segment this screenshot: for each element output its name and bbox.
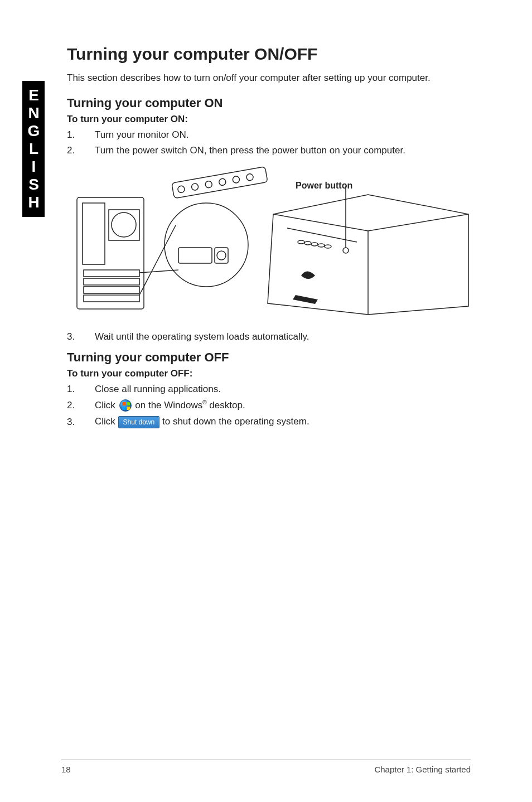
step-number: 3. xyxy=(67,331,95,342)
list-item: 3. Click Shut down to shut down the oper… xyxy=(67,416,471,428)
step-number: 1. xyxy=(67,384,95,395)
chapter-label: Chapter 1: Getting started xyxy=(374,765,471,774)
windows-start-icon xyxy=(119,399,132,412)
section-on-steps: 1. Turn your monitor ON. 2. Turn the pow… xyxy=(67,129,471,156)
svg-point-22 xyxy=(304,241,311,245)
power-button-figure: Power button xyxy=(67,164,474,320)
step-text: Click on the Windows® desktop. xyxy=(95,399,245,412)
svg-point-21 xyxy=(298,240,304,244)
page-number: 18 xyxy=(61,765,71,774)
svg-rect-14 xyxy=(172,167,268,199)
svg-point-16 xyxy=(191,183,199,191)
section-on-steps-cont: 3. Wait until the operating system loads… xyxy=(67,331,471,342)
svg-point-3 xyxy=(112,212,136,237)
power-button-label: Power button xyxy=(296,181,352,191)
section-off-steps: 1. Close all running applications. 2. Cl… xyxy=(67,384,471,428)
step-text: Click Shut down to shut down the operati… xyxy=(95,416,309,428)
step-text: Close all running applications. xyxy=(95,384,221,395)
step-text: Wait until the operating system loads au… xyxy=(95,331,309,342)
section-on-heading: Turning your computer ON xyxy=(67,96,471,110)
svg-point-15 xyxy=(177,185,185,193)
step-text: Turn the power switch ON, then press the… xyxy=(95,145,405,156)
step-text: Turn your monitor ON. xyxy=(95,129,188,141)
computer-illustration-icon xyxy=(67,164,474,320)
svg-rect-7 xyxy=(84,295,139,302)
page-title: Turning your computer ON/OFF xyxy=(67,45,471,64)
list-item: 1. Turn your monitor ON. xyxy=(67,129,471,141)
intro-text: This section describes how to turn on/of… xyxy=(67,73,471,84)
svg-point-20 xyxy=(246,173,254,181)
svg-point-25 xyxy=(325,245,331,248)
svg-point-18 xyxy=(219,178,226,186)
svg-point-19 xyxy=(232,176,240,183)
svg-point-24 xyxy=(318,244,325,247)
svg-rect-2 xyxy=(109,210,139,240)
svg-rect-11 xyxy=(178,248,212,263)
section-off-lead: To turn your computer OFF: xyxy=(67,368,471,379)
page-footer: 18 Chapter 1: Getting started xyxy=(61,760,471,774)
list-item: 1. Close all running applications. xyxy=(67,384,471,395)
svg-rect-0 xyxy=(77,197,144,309)
section-on-lead: To turn your computer ON: xyxy=(67,114,471,125)
section-off-heading: Turning your computer OFF xyxy=(67,350,471,365)
svg-rect-6 xyxy=(84,287,139,293)
svg-point-8 xyxy=(165,203,248,287)
svg-rect-1 xyxy=(83,203,105,264)
language-tab: ENGLISH xyxy=(22,81,45,217)
shutdown-button-icon: Shut down xyxy=(118,416,160,428)
svg-point-26 xyxy=(343,248,349,253)
list-item: 2. Click on the Windows® desktop. xyxy=(67,399,471,412)
svg-line-10 xyxy=(139,225,176,295)
svg-rect-5 xyxy=(84,278,139,285)
svg-line-9 xyxy=(139,270,178,273)
step-number: 2. xyxy=(67,400,95,411)
list-item: 2. Turn the power switch ON, then press … xyxy=(67,145,471,156)
list-item: 3. Wait until the operating system loads… xyxy=(67,331,471,342)
svg-point-17 xyxy=(205,181,212,189)
svg-point-13 xyxy=(217,251,226,260)
svg-point-23 xyxy=(311,243,318,246)
registered-mark: ® xyxy=(202,399,206,405)
step-number: 2. xyxy=(67,145,95,156)
step-number: 1. xyxy=(67,129,95,141)
svg-rect-4 xyxy=(84,270,139,277)
step-number: 3. xyxy=(67,417,95,428)
